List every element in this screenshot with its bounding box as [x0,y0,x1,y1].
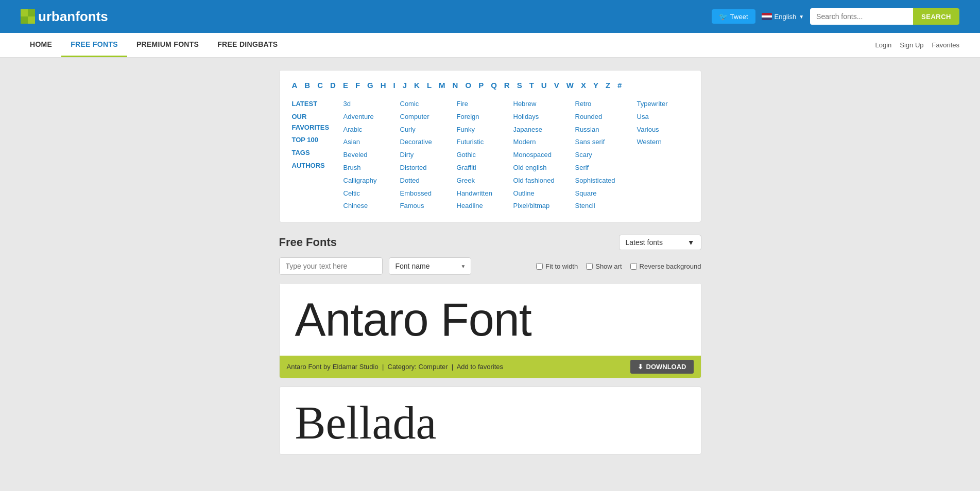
cat-handwritten[interactable]: Handwritten [457,188,513,199]
font-name-select[interactable]: Font name [389,257,471,275]
nav-home[interactable]: HOME [21,33,61,57]
signup-link[interactable]: Sign Up [900,41,923,49]
favorites-link[interactable]: Favorites [932,41,959,49]
alpha-hash[interactable]: # [617,81,622,90]
cat-latest[interactable]: LATEST [292,99,343,110]
alpha-U[interactable]: U [541,81,547,90]
cat-chinese[interactable]: Chinese [343,201,400,212]
cat-sophisticated[interactable]: Sophisticated [575,176,637,186]
alpha-Z[interactable]: Z [606,81,610,90]
cat-serif[interactable]: Serif [575,163,637,173]
cat-typewriter[interactable]: Typewriter [637,99,694,110]
cat-top100[interactable]: TOP 100 [292,135,343,146]
cat-holidays[interactable]: Holidays [513,112,575,122]
show-art-checkbox[interactable] [586,263,593,270]
cat-3d[interactable]: 3d [343,99,400,110]
cat-adventure[interactable]: Adventure [343,112,400,122]
alpha-X[interactable]: X [581,81,586,90]
fit-to-width-label[interactable]: Fit to width [536,262,578,270]
alpha-W[interactable]: W [566,81,574,90]
alpha-Q[interactable]: Q [491,81,497,90]
alpha-T[interactable]: T [529,81,534,90]
search-input[interactable] [810,8,913,25]
fit-to-width-checkbox[interactable] [536,263,543,270]
cat-square[interactable]: Square [575,188,637,199]
alpha-A[interactable]: A [292,81,298,90]
cat-curly[interactable]: Curly [400,125,457,135]
cat-modern[interactable]: Modern [513,137,575,148]
cat-old-fashioned[interactable]: Old fashioned [513,176,575,186]
cat-asian[interactable]: Asian [343,137,400,148]
cat-famous[interactable]: Famous [400,201,457,212]
login-link[interactable]: Login [875,41,891,49]
alpha-D[interactable]: D [330,81,336,90]
alpha-R[interactable]: R [504,81,510,90]
cat-russian[interactable]: Russian [575,125,637,135]
cat-hebrew[interactable]: Hebrew [513,99,575,110]
preview-text-input[interactable] [279,257,383,275]
cat-gothic[interactable]: Gothic [457,150,513,161]
alpha-N[interactable]: N [453,81,458,90]
tweet-button[interactable]: 🐦 Tweet [712,9,755,24]
cat-authors[interactable]: AUTHORS [292,161,343,171]
language-selector[interactable]: English ▼ [762,13,804,21]
cat-stencil[interactable]: Stencil [575,201,637,212]
cat-tags[interactable]: TAGS [292,148,343,159]
alpha-J[interactable]: J [403,81,407,90]
cat-outline[interactable]: Outline [513,188,575,199]
alpha-P[interactable]: P [478,81,484,90]
download-button-antaro[interactable]: ⬇ DOWNLOAD [630,360,694,374]
add-favorites-link-antaro[interactable]: Add to favorites [457,363,503,371]
alpha-B[interactable]: B [304,81,310,90]
nav-premium-fonts[interactable]: PREMIUM FONTS [127,33,208,57]
cat-various[interactable]: Various [637,125,694,135]
reverse-bg-label[interactable]: Reverse background [630,262,701,270]
cat-rounded[interactable]: Rounded [575,112,637,122]
cat-sans-serif[interactable]: Sans serif [575,137,637,148]
cat-funky[interactable]: Funky [457,125,513,135]
cat-comic[interactable]: Comic [400,99,457,110]
cat-decorative[interactable]: Decorative [400,137,457,148]
alpha-K[interactable]: K [414,81,420,90]
alpha-I[interactable]: I [393,81,396,90]
font-name-link-antaro[interactable]: Antaro Font [287,363,322,371]
show-art-label[interactable]: Show art [586,262,622,270]
cat-japanese[interactable]: Japanese [513,125,575,135]
alpha-Y[interactable]: Y [593,81,598,90]
search-button[interactable]: SEARCH [913,8,959,25]
cat-calligraphy[interactable]: Calligraphy [343,176,400,186]
alpha-S[interactable]: S [517,81,522,90]
alpha-L[interactable]: L [427,81,432,90]
alpha-O[interactable]: O [465,81,471,90]
alpha-E[interactable]: E [343,81,348,90]
cat-dotted[interactable]: Dotted [400,176,457,186]
cat-futuristic[interactable]: Futuristic [457,137,513,148]
logo-link[interactable]: urbanfonts [21,9,108,25]
alpha-C[interactable]: C [317,81,323,90]
alpha-H[interactable]: H [381,81,386,90]
cat-computer[interactable]: Computer [400,112,457,122]
alpha-V[interactable]: V [554,81,559,90]
cat-brush[interactable]: Brush [343,163,400,173]
cat-retro[interactable]: Retro [575,99,637,110]
reverse-bg-checkbox[interactable] [630,263,637,270]
cat-graffiti[interactable]: Graffiti [457,163,513,173]
cat-beveled[interactable]: Beveled [343,150,400,161]
cat-monospaced[interactable]: Monospaced [513,150,575,161]
cat-fire[interactable]: Fire [457,99,513,110]
cat-embossed[interactable]: Embossed [400,188,457,199]
alpha-M[interactable]: M [439,81,445,90]
cat-celtic[interactable]: Celtic [343,188,400,199]
cat-old-english[interactable]: Old english [513,163,575,173]
cat-dirty[interactable]: Dirty [400,150,457,161]
cat-headline[interactable]: Headline [457,201,513,212]
cat-usa[interactable]: Usa [637,112,694,122]
cat-scary[interactable]: Scary [575,150,637,161]
cat-our-favorites[interactable]: OUR FAVORITES [292,112,343,133]
nav-free-dingbats[interactable]: FREE DINGBATS [208,33,287,57]
cat-greek[interactable]: Greek [457,176,513,186]
cat-arabic[interactable]: Arabic [343,125,400,135]
sort-dropdown[interactable]: Latest fonts ▼ [619,235,701,250]
nav-free-fonts[interactable]: FREE FONTS [61,33,127,57]
cat-pixel-bitmap[interactable]: Pixel/bitmap [513,201,575,212]
